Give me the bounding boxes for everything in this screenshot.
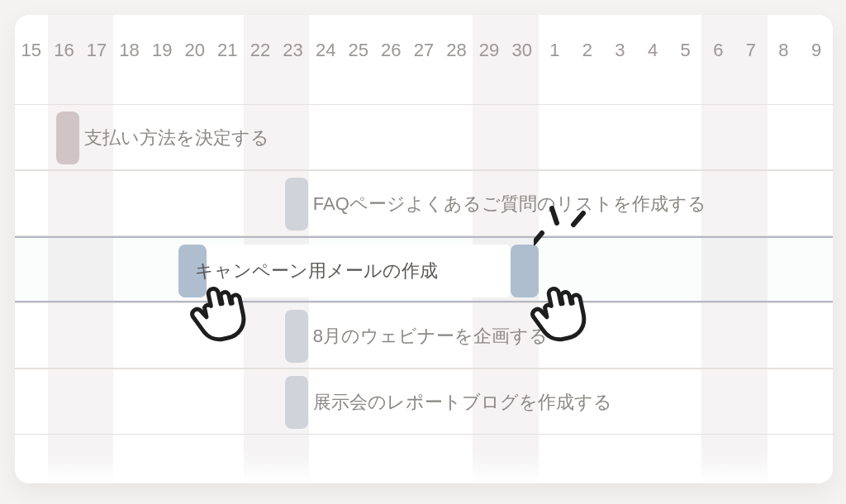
task-label: 支払い方法を決定する	[84, 126, 269, 150]
task-row: FAQページよくあるご質問のリストを作成する	[15, 170, 833, 236]
timeline-day[interactable]: 24	[309, 15, 342, 86]
timeline-day[interactable]: 5	[669, 15, 702, 86]
timeline-day[interactable]: 7	[734, 15, 768, 86]
timeline-day[interactable]: 22	[244, 15, 277, 86]
timeline-day[interactable]: 19	[145, 15, 178, 86]
timeline-day[interactable]: 23	[277, 15, 310, 86]
task-thumb[interactable]	[56, 112, 79, 164]
timeline-day[interactable]: 21	[212, 15, 245, 86]
task-label: キャンペーン用メールの作成	[195, 259, 438, 283]
timeline-header: 1516171819202122232425262728293012345678…	[15, 15, 833, 86]
task-bar-payment[interactable]: 支払い方法を決定する	[48, 112, 278, 164]
timeline-day[interactable]: 8	[768, 15, 801, 86]
timeline-day[interactable]: 16	[48, 15, 81, 86]
timeline-day[interactable]: 2	[571, 15, 604, 86]
timeline-day[interactable]: 29	[473, 15, 506, 86]
timeline-day[interactable]: 25	[342, 15, 375, 86]
task-label: 8月のウェビナーを企画する	[313, 324, 548, 349]
task-label: 展示会のレポートブログを作成する	[313, 390, 612, 415]
task-label: FAQページよくあるご質問のリストを作成する	[313, 192, 706, 216]
timeline-day[interactable]: 18	[113, 15, 146, 86]
task-bar-campaign[interactable]: キャンペーン用メールの作成	[178, 245, 539, 297]
timeline-day[interactable]: 27	[407, 15, 440, 86]
timeline-day[interactable]: 20	[178, 15, 212, 86]
task-drag-handle-end[interactable]	[511, 245, 539, 297]
task-bar-faq[interactable]: FAQページよくあるご質問のリストを作成する	[277, 178, 715, 231]
timeline-day[interactable]: 26	[375, 15, 408, 86]
timeline-day[interactable]: 6	[701, 15, 734, 86]
task-bar-webinar[interactable]: 8月のウェビナーを企画する	[277, 310, 556, 363]
task-thumb[interactable]	[285, 376, 308, 429]
timeline-day[interactable]: 9	[800, 15, 833, 86]
gantt-card: 1516171819202122232425262728293012345678…	[15, 15, 833, 483]
task-thumb[interactable]	[285, 310, 308, 363]
task-row: 展示会のレポートブログを作成する	[15, 368, 833, 435]
task-bar-report[interactable]: 展示会のレポートブログを作成する	[277, 376, 620, 429]
timeline-day[interactable]: 4	[636, 15, 669, 86]
timeline-day[interactable]: 15	[15, 15, 48, 86]
task-row: 支払い方法を決定する	[15, 104, 833, 170]
timeline-day[interactable]: 17	[80, 15, 113, 86]
timeline-day[interactable]: 28	[440, 15, 473, 86]
timeline-day[interactable]: 30	[506, 15, 539, 86]
timeline-day[interactable]: 1	[539, 15, 572, 86]
task-thumb[interactable]	[285, 178, 308, 231]
task-row-selected: キャンペーン用メールの作成	[15, 236, 833, 302]
bottom-fade	[15, 450, 833, 483]
task-row: 8月のウェビナーを企画する	[15, 302, 833, 368]
timeline-day[interactable]: 3	[604, 15, 637, 86]
